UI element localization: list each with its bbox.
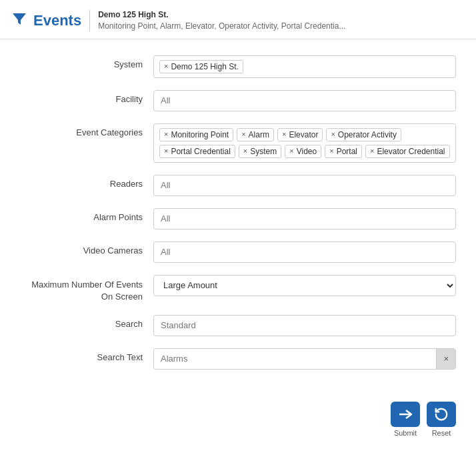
header-divider [89, 10, 90, 31]
form-container: System × Demo 125 High St. Facility Even… [0, 39, 476, 395]
event-category-tag-remove[interactable]: × [282, 131, 286, 138]
system-tags-container[interactable]: × Demo 125 High St. [153, 55, 456, 78]
alarm-points-control [153, 208, 456, 229]
max-events-control: Large Amount Small Amount Medium Amount [153, 275, 456, 296]
event-category-tag: ×Monitoring Point [159, 128, 233, 141]
reset-icon [427, 402, 456, 427]
search-text-clear-button[interactable]: × [436, 349, 455, 369]
event-categories-tags-container[interactable]: ×Monitoring Point×Alarm×Elevator×Operato… [153, 123, 456, 163]
event-category-tag-label: Portal [337, 147, 357, 156]
event-category-tag-label: Video [297, 147, 317, 156]
filter-icon [12, 11, 27, 29]
event-categories-control: ×Monitoring Point×Alarm×Elevator×Operato… [153, 123, 456, 163]
system-tag-label: Demo 125 High St. [171, 62, 238, 71]
alarm-points-input[interactable] [153, 208, 456, 229]
video-cameras-control [153, 242, 456, 263]
submit-label: Submit [394, 429, 417, 437]
alarm-points-label: Alarm Points [20, 208, 153, 222]
event-category-tag-remove[interactable]: × [370, 147, 374, 155]
max-events-label: Maximum Number Of Events On Screen [20, 275, 153, 303]
event-category-tag-label: Elevator [289, 130, 318, 139]
header-subtitle: Demo 125 High St. Monitoring Point, Alar… [98, 9, 345, 32]
search-text-input[interactable] [154, 350, 436, 367]
event-category-tag: ×System [239, 145, 281, 158]
event-category-tag-remove[interactable]: × [289, 147, 293, 155]
event-category-tag-remove[interactable]: × [331, 131, 335, 138]
system-tag-remove[interactable]: × [164, 63, 168, 70]
event-category-tag-label: Monitoring Point [171, 130, 229, 139]
search-text-row: Search Text × [20, 348, 456, 370]
event-category-tag-label: Elevator Credential [377, 147, 445, 156]
actions-row: Submit Reset [0, 395, 476, 450]
event-categories-label: Event Categories [20, 123, 153, 137]
video-cameras-input[interactable] [153, 242, 456, 263]
video-cameras-row: Video Cameras [20, 242, 456, 263]
event-category-tag-remove[interactable]: × [241, 131, 245, 138]
readers-row: Readers [20, 175, 456, 196]
max-events-row: Maximum Number Of Events On Screen Large… [20, 275, 456, 303]
facility-control [153, 90, 456, 111]
readers-input[interactable] [153, 175, 456, 196]
event-categories-row: Event Categories ×Monitoring Point×Alarm… [20, 123, 456, 163]
event-category-tag: ×Alarm [237, 128, 274, 141]
submit-button[interactable]: Submit [391, 402, 420, 437]
event-category-tag-remove[interactable]: × [164, 147, 168, 155]
system-tag: × Demo 125 High St. [159, 60, 243, 73]
search-row: Search [20, 315, 456, 336]
submit-icon [391, 402, 420, 427]
readers-control [153, 175, 456, 196]
facility-row: Facility [20, 90, 456, 111]
event-category-tag-remove[interactable]: × [243, 147, 247, 155]
search-text-control: × [153, 348, 456, 370]
reset-label: Reset [432, 429, 451, 437]
event-category-tag: ×Operator Activity [326, 128, 401, 141]
facility-label: Facility [20, 90, 153, 104]
search-label: Search [20, 315, 153, 329]
event-category-tag-label: System [250, 147, 277, 156]
event-category-tag: ×Portal Credential [159, 145, 235, 158]
event-category-tag-remove[interactable]: × [164, 131, 168, 138]
search-input[interactable] [153, 315, 456, 336]
event-category-tag: ×Elevator [277, 128, 323, 141]
system-row: System × Demo 125 High St. [20, 55, 456, 78]
system-label: System [20, 55, 153, 69]
max-events-select[interactable]: Large Amount Small Amount Medium Amount [153, 275, 456, 296]
page-header: Events Demo 125 High St. Monitoring Poin… [0, 0, 476, 39]
reset-button[interactable]: Reset [427, 402, 456, 437]
svg-marker-0 [13, 13, 26, 25]
subtitle-system: Demo 125 High St. [98, 9, 345, 21]
page-title: Events [33, 12, 81, 29]
event-category-tag-label: Alarm [249, 130, 269, 139]
alarm-points-row: Alarm Points [20, 208, 456, 229]
subtitle-categories: Monitoring Point, Alarm, Elevator, Opera… [98, 21, 345, 32]
event-category-tag-label: Portal Credential [171, 147, 230, 156]
search-text-label: Search Text [20, 348, 153, 362]
readers-label: Readers [20, 175, 153, 189]
event-category-tag-remove[interactable]: × [329, 147, 333, 155]
facility-input[interactable] [153, 90, 456, 111]
video-cameras-label: Video Cameras [20, 242, 153, 256]
system-control: × Demo 125 High St. [153, 55, 456, 78]
event-category-tag: ×Portal [325, 145, 362, 158]
event-category-tag-label: Operator Activity [338, 130, 397, 139]
search-control [153, 315, 456, 336]
search-text-wrapper: × [153, 348, 456, 370]
event-category-tag: ×Elevator Credential [365, 145, 450, 158]
event-category-tag: ×Video [285, 145, 321, 158]
